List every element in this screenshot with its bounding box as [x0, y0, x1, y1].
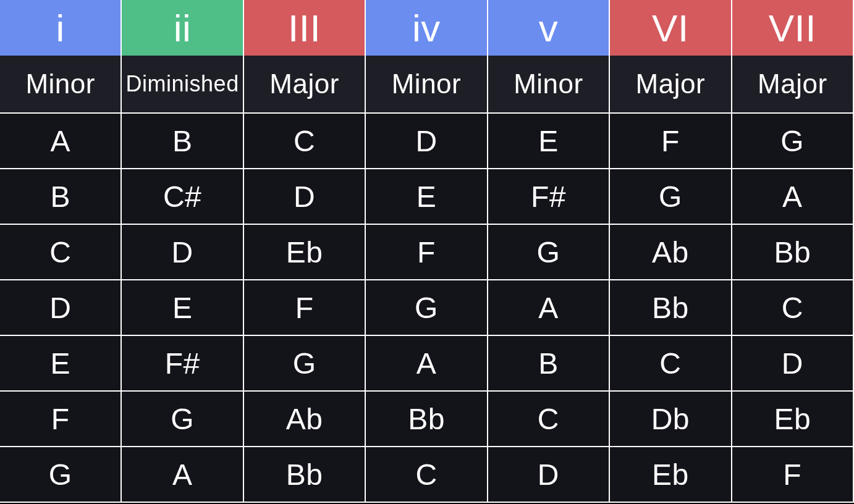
numeral-header-7: VII	[732, 0, 854, 56]
chord-cell: D	[366, 114, 488, 169]
chord-cell: F#	[488, 169, 610, 225]
chord-cell: F#	[122, 336, 243, 392]
chord-cell: C	[732, 280, 854, 336]
quality-header-4: Minor	[366, 56, 488, 114]
chord-cell: A	[488, 280, 610, 336]
chord-cell: E	[0, 336, 122, 392]
chord-cell: Bb	[366, 392, 488, 447]
chord-cell: Ab	[610, 225, 732, 280]
chord-cell: G	[488, 225, 610, 280]
chord-cell: C	[610, 336, 732, 392]
quality-header-5: Minor	[488, 56, 610, 114]
chord-cell: F	[244, 280, 366, 336]
chord-cell: F	[732, 447, 854, 503]
numeral-header-1: i	[0, 0, 122, 56]
numeral-header-6: VI	[610, 0, 732, 56]
chord-cell: G	[366, 280, 488, 336]
chord-cell: Bb	[732, 225, 854, 280]
chord-cell: C	[488, 392, 610, 447]
chord-cell: E	[122, 280, 243, 336]
chord-cell: G	[244, 336, 366, 392]
chord-cell: B	[122, 114, 243, 169]
chord-cell: C	[0, 225, 122, 280]
quality-header-2: Diminished	[122, 56, 243, 114]
chord-cell: Bb	[610, 280, 732, 336]
chord-cell: A	[122, 447, 243, 503]
chord-cell: F	[610, 114, 732, 169]
chord-cell: A	[366, 336, 488, 392]
chord-cell: C	[244, 114, 366, 169]
chord-cell: D	[122, 225, 243, 280]
chord-cell: G	[0, 447, 122, 503]
chord-cell: Eb	[244, 225, 366, 280]
chord-cell: Bb	[244, 447, 366, 503]
chord-cell: G	[122, 392, 243, 447]
chord-cell: B	[488, 336, 610, 392]
chord-cell: F	[366, 225, 488, 280]
chord-cell: G	[732, 114, 854, 169]
chord-cell: Eb	[732, 392, 854, 447]
chord-cell: Db	[610, 392, 732, 447]
chord-cell: A	[0, 114, 122, 169]
chord-cell: D	[732, 336, 854, 392]
chord-cell: B	[0, 169, 122, 225]
chord-cell: F	[0, 392, 122, 447]
numeral-header-4: iv	[366, 0, 488, 56]
chord-cell: C	[366, 447, 488, 503]
quality-header-3: Major	[244, 56, 366, 114]
quality-header-6: Major	[610, 56, 732, 114]
chord-cell: Eb	[610, 447, 732, 503]
chord-chart-grid: iiiIIIivvVIVIIMinorDiminishedMajorMinorM…	[0, 0, 854, 504]
chord-cell: D	[488, 447, 610, 503]
quality-header-1: Minor	[0, 56, 122, 114]
chord-cell: E	[366, 169, 488, 225]
chord-cell: D	[244, 169, 366, 225]
chord-cell: C#	[122, 169, 243, 225]
chord-cell: D	[0, 280, 122, 336]
numeral-header-2: ii	[122, 0, 243, 56]
chord-cell: Ab	[244, 392, 366, 447]
chord-cell: A	[732, 169, 854, 225]
chord-cell: E	[488, 114, 610, 169]
numeral-header-3: III	[244, 0, 366, 56]
quality-header-7: Major	[732, 56, 854, 114]
chord-cell: G	[610, 169, 732, 225]
numeral-header-5: v	[488, 0, 610, 56]
